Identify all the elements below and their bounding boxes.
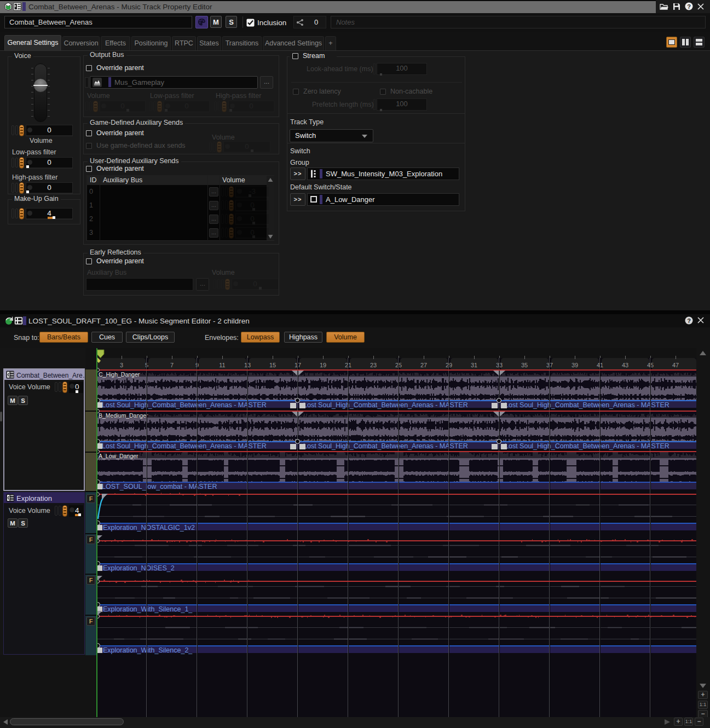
svg-text:?: ?	[687, 3, 691, 10]
svg-text:?: ?	[687, 317, 691, 324]
